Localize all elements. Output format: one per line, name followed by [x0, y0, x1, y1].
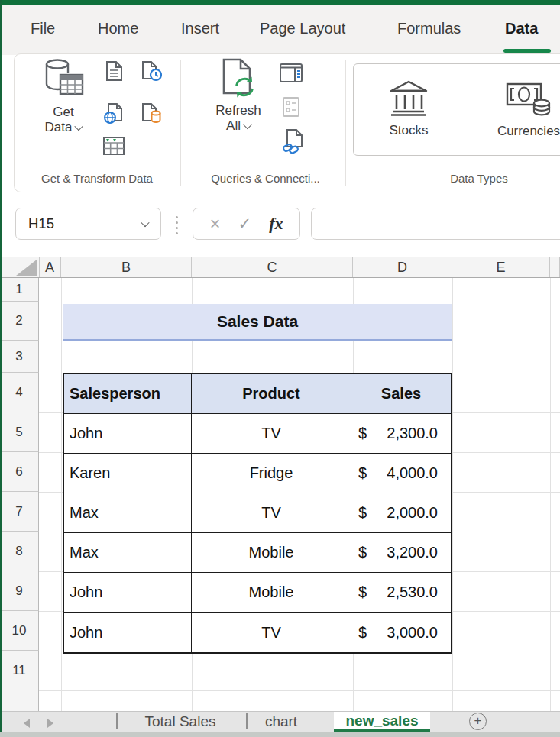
get-data-label-line2: Data — [45, 120, 73, 135]
cell-salesperson[interactable]: Karen — [64, 454, 192, 493]
active-tab-underline — [503, 49, 551, 53]
stocks-button[interactable]: Stocks — [369, 70, 448, 147]
row-header-1[interactable]: 1 — [0, 278, 39, 302]
column-header-e[interactable]: E — [452, 257, 550, 278]
cell-sales[interactable]: $ 2,000.0 — [351, 493, 451, 533]
sheet-tab-separator — [116, 713, 118, 729]
column-header-a[interactable]: A — [39, 257, 61, 278]
refresh-all-label-line2: All — [226, 118, 241, 134]
get-data-icon — [42, 57, 85, 102]
currency-symbol: $ — [358, 624, 367, 642]
row-header-11[interactable]: 11 — [0, 651, 39, 690]
sheet-nav-left-icon[interactable] — [24, 719, 30, 728]
refresh-all-button[interactable]: Refresh All — [209, 57, 267, 134]
title-bar-strip — [0, 0, 560, 5]
group-label-data-types: Data Types — [403, 171, 555, 186]
cell-product[interactable]: Mobile — [192, 573, 351, 613]
cell-salesperson[interactable]: John — [64, 414, 192, 454]
from-web-button[interactable] — [104, 102, 125, 124]
cell-product[interactable]: Mobile — [192, 533, 351, 573]
existing-connections-button[interactable] — [141, 102, 162, 124]
from-text-csv-button[interactable] — [104, 60, 125, 82]
currencies-icon — [505, 78, 552, 118]
column-header-b[interactable]: B — [61, 257, 192, 278]
ribbon-tab-formulas[interactable]: Formulas — [397, 17, 461, 40]
cell-sales[interactable]: $ 3,000.0 — [351, 613, 451, 652]
row-header-9[interactable]: 9 — [0, 571, 39, 611]
column-header-f[interactable] — [550, 257, 560, 278]
sales-amount: 4,000.0 — [387, 464, 438, 482]
enter-icon[interactable]: ✓ — [238, 215, 252, 233]
edit-links-button[interactable] — [282, 128, 303, 154]
row-header-6[interactable]: 6 — [0, 452, 39, 492]
get-data-label-line1: Get — [53, 105, 73, 120]
ribbon-tab-home[interactable]: Home — [98, 17, 138, 40]
gridline — [39, 690, 560, 691]
currency-symbol: $ — [358, 425, 367, 442]
name-box-value: H15 — [16, 215, 142, 232]
queries-connections-button[interactable] — [279, 63, 303, 83]
sheet-tab-chart[interactable]: chart — [252, 711, 310, 732]
cell-salesperson[interactable]: Max — [64, 493, 192, 533]
ribbon-tab-data[interactable]: Data — [505, 17, 538, 40]
row-header-2[interactable]: 2 — [0, 302, 39, 341]
cell-product[interactable]: TV — [192, 414, 351, 454]
stocks-icon — [387, 79, 431, 117]
cell-sales[interactable]: $ 2,530.0 — [351, 573, 451, 613]
currency-symbol: $ — [358, 583, 367, 601]
gridline — [39, 302, 560, 302]
currency-symbol: $ — [358, 504, 367, 522]
sheet-nav-right-icon[interactable] — [47, 719, 53, 728]
insert-function-icon[interactable]: fx — [269, 214, 283, 234]
cell-salesperson[interactable]: John — [64, 613, 192, 652]
group-divider — [180, 60, 181, 186]
formula-buttons: × ✓ fx — [193, 208, 300, 240]
row-header-5[interactable]: 5 — [0, 412, 39, 452]
column-header-c[interactable]: C — [192, 257, 353, 278]
sheet-tab-new-sales[interactable]: new_sales — [334, 712, 430, 732]
column-header-d[interactable]: D — [353, 257, 452, 278]
header-border — [0, 277, 560, 278]
ribbon-tab-file[interactable]: File — [31, 17, 55, 40]
chevron-down-icon — [243, 121, 251, 129]
row-header-8[interactable]: 8 — [0, 532, 39, 571]
title-cell[interactable]: Sales Data — [63, 304, 452, 341]
row-header-4[interactable]: 4 — [0, 373, 39, 412]
chevron-down-icon — [75, 122, 83, 131]
ribbon-tab-insert[interactable]: Insert — [181, 17, 219, 40]
currencies-button[interactable]: Currencies — [479, 70, 560, 147]
name-box[interactable]: H15 — [15, 208, 161, 240]
table-header-salesperson[interactable]: Salesperson — [64, 374, 192, 414]
currencies-label: Currencies — [497, 124, 560, 139]
row-header-3[interactable]: 3 — [0, 341, 39, 373]
add-sheet-button[interactable]: + — [469, 713, 487, 730]
table-header-sales[interactable]: Sales — [351, 374, 451, 414]
row-header-12-partial[interactable] — [0, 690, 39, 711]
cancel-icon[interactable]: × — [210, 213, 221, 234]
cell-salesperson[interactable]: Max — [64, 533, 192, 573]
recent-sources-button[interactable] — [141, 60, 162, 82]
cell-sales[interactable]: $ 3,200.0 — [351, 533, 451, 573]
row-header-7[interactable]: 7 — [0, 492, 39, 532]
sheet-tab-total-sales[interactable]: Total Sales — [122, 711, 238, 732]
properties-button[interactable] — [281, 96, 301, 118]
refresh-all-label-line1: Refresh — [215, 103, 261, 118]
cell-sales[interactable]: $ 4,000.0 — [351, 454, 451, 493]
table-row: John TV $ 3,000.0 — [64, 613, 451, 652]
cell-salesperson[interactable]: John — [64, 573, 192, 613]
stocks-label: Stocks — [389, 123, 428, 138]
cell-product[interactable]: TV — [192, 493, 351, 533]
table-header-product[interactable]: Product — [192, 374, 351, 414]
table-row: Max Mobile $ 3,200.0 — [64, 533, 451, 573]
window-left-border — [0, 0, 2, 732]
formula-input[interactable] — [311, 208, 560, 240]
row-header-10[interactable]: 10 — [0, 611, 39, 651]
from-table-range-button[interactable] — [102, 136, 125, 156]
cell-product[interactable]: Fridge — [192, 454, 351, 493]
ribbon-tab-page-layout[interactable]: Page Layout — [260, 17, 345, 40]
currency-symbol: $ — [358, 544, 367, 561]
cell-product[interactable]: TV — [192, 613, 351, 652]
get-data-button[interactable]: Get Data — [34, 57, 92, 135]
formula-bar-grip[interactable] — [176, 216, 178, 234]
cell-sales[interactable]: $ 2,300.0 — [351, 414, 451, 454]
